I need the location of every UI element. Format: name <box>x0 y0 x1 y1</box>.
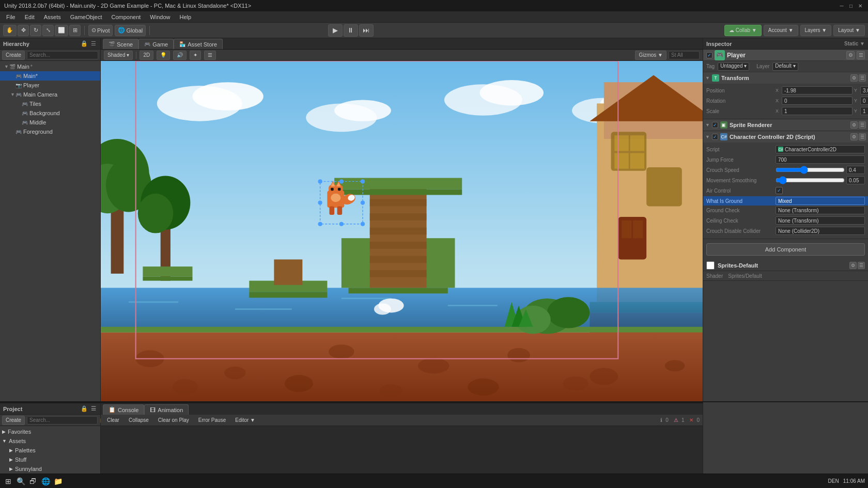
scale-tool-button[interactable]: ⤡ <box>42 25 54 36</box>
vfx-button[interactable]: ✦ <box>190 51 201 60</box>
search-taskbar-button[interactable]: 🔍 <box>16 476 26 486</box>
close-button[interactable]: ✕ <box>857 2 864 9</box>
project-assets-item[interactable]: ▼ Assets <box>0 436 100 446</box>
char-controller-header[interactable]: ▼ ✓ C# Character Controller 2D (Script) … <box>703 131 868 143</box>
project-lock-button[interactable]: 🔒 <box>81 405 88 413</box>
air-control-checkbox[interactable]: ✓ <box>776 187 783 194</box>
what-is-ground-dropdown[interactable]: Mixed <box>776 197 865 205</box>
hierarchy-create-button[interactable]: Create <box>2 51 25 60</box>
collapse-button[interactable]: Collapse <box>126 416 152 424</box>
tab-game[interactable]: 🎮 Game <box>138 39 174 49</box>
tree-item-main[interactable]: ▼ 🎬 Main * <box>0 62 100 71</box>
ceiling-check-field[interactable]: None (Transform) <box>776 216 865 225</box>
position-y-field[interactable] <box>860 86 868 95</box>
player-settings-button[interactable]: ⚙ <box>846 51 855 59</box>
ground-check-field[interactable]: None (Transform) <box>776 206 865 214</box>
transform-all-button[interactable]: ⊞ <box>69 25 81 36</box>
project-palettes-item[interactable]: ▶ Palettes <box>0 446 100 455</box>
crouch-speed-slider[interactable] <box>776 168 845 172</box>
console-tab[interactable]: 📋 Console <box>103 404 144 415</box>
gizmos-button[interactable]: Gizmos ▼ <box>635 51 667 60</box>
layout-button[interactable]: Layout ▼ <box>833 25 865 36</box>
char-controller-checkbox[interactable]: ✓ <box>712 134 718 140</box>
scene-viewport[interactable] <box>101 61 703 401</box>
hierarchy-search-input[interactable] <box>27 51 98 59</box>
menu-assets[interactable]: Assets <box>40 13 65 21</box>
tag-dropdown[interactable]: Untagged ▾ <box>718 62 749 71</box>
tree-item-player[interactable]: 🎮 Main* <box>0 71 100 81</box>
menu-file[interactable]: File <box>2 13 20 21</box>
tree-item-middle[interactable]: 🎮 Background <box>0 108 100 118</box>
menu-window[interactable]: Window <box>146 13 174 21</box>
scale-x-field[interactable] <box>782 107 853 115</box>
tab-asset-store[interactable]: 🏪 Asset Store <box>174 39 223 49</box>
explorer-taskbar-icon[interactable]: 📁 <box>53 476 63 486</box>
player-active-checkbox[interactable]: ✓ <box>706 52 712 58</box>
tree-item-bg1[interactable]: 🎮 Tiles <box>0 99 100 108</box>
editor-button[interactable]: Editor ▼ <box>232 416 258 424</box>
player-menu-button[interactable]: ☰ <box>857 51 865 59</box>
error-pause-button[interactable]: Error Pause <box>195 416 229 424</box>
sprite-renderer-header[interactable]: ▼ ✓ ▣ Sprite Renderer ⚙ ☰ <box>703 119 868 131</box>
pivot-button[interactable]: ⊙ Pivot <box>88 25 113 36</box>
shaded-button[interactable]: Shaded ▾ <box>104 51 133 60</box>
menu-help[interactable]: Help <box>175 13 195 21</box>
material-menu-button[interactable]: ☰ <box>858 262 865 269</box>
account-button[interactable]: Account ▼ <box>764 25 798 36</box>
project-favorites-item[interactable]: ▶ Favorites <box>0 427 100 436</box>
layer-dropdown[interactable]: Default ▾ <box>772 62 798 71</box>
scale-y-field[interactable] <box>860 107 868 115</box>
project-menu-button[interactable]: ☰ <box>90 405 97 413</box>
project-sunnyland-item[interactable]: ▶ Sunnyland <box>0 464 100 474</box>
maximize-button[interactable]: □ <box>847 2 855 9</box>
tree-item-foreground[interactable]: 🎮 Middle <box>0 118 100 127</box>
transform-menu-button[interactable]: ☰ <box>859 74 866 82</box>
menu-component[interactable]: Component <box>107 13 145 21</box>
movement-smoothing-field[interactable] <box>846 176 865 184</box>
script-field[interactable]: C# CharacterController2D <box>776 145 865 153</box>
minimize-button[interactable]: ─ <box>838 2 845 9</box>
material-settings-button[interactable]: ⚙ <box>849 262 857 269</box>
sprite-renderer-menu-button[interactable]: ☰ <box>859 121 866 129</box>
move-tool-button[interactable]: ✥ <box>18 25 29 36</box>
scene-search-input[interactable] <box>669 51 700 59</box>
sprite-renderer-settings-button[interactable]: ⚙ <box>850 121 858 129</box>
play-button[interactable]: ▶ <box>328 24 343 37</box>
tab-scene[interactable]: 🎬 Scene <box>103 39 138 49</box>
lights-button[interactable]: 💡 <box>157 51 170 60</box>
hierarchy-menu-button[interactable]: ☰ <box>90 40 97 48</box>
jump-force-field[interactable] <box>776 155 865 164</box>
crouch-disable-field[interactable]: None (Collider2D) <box>776 227 865 235</box>
animation-tab[interactable]: 🎞 Animation <box>144 404 189 415</box>
project-create-button[interactable]: Create <box>2 416 25 425</box>
transform-settings-button[interactable]: ⚙ <box>850 74 858 82</box>
crouch-speed-field[interactable] <box>846 166 865 174</box>
tree-item-camera[interactable]: 📷 Player <box>0 81 100 90</box>
project-stuff-item[interactable]: ▶ Stuff <box>0 455 100 464</box>
char-controller-settings-button[interactable]: ⚙ <box>850 133 858 140</box>
transform-component-header[interactable]: ▼ T Transform ⚙ ☰ <box>703 72 868 84</box>
hierarchy-lock-button[interactable]: 🔒 <box>81 40 88 48</box>
clear-on-play-button[interactable]: Clear on Play <box>155 416 192 424</box>
audio-button[interactable]: 🔊 <box>173 51 187 60</box>
rotate-tool-button[interactable]: ↻ <box>30 25 41 36</box>
menu-gameobject[interactable]: GameObject <box>66 13 106 21</box>
movement-smoothing-slider[interactable] <box>776 178 845 182</box>
tree-item-bg2[interactable]: 🎮 Foreground <box>0 127 100 136</box>
step-button[interactable]: ⏭ <box>359 24 374 37</box>
static-dropdown[interactable]: Static ▼ <box>844 41 865 46</box>
tree-item-tiles[interactable]: ▼ 🎮 Main Camera <box>0 90 100 99</box>
position-x-field[interactable] <box>782 86 853 95</box>
layers-button[interactable]: Layers ▼ <box>800 25 832 36</box>
menu-edit[interactable]: Edit <box>21 13 39 21</box>
hidden-button[interactable]: ☰ <box>204 51 216 60</box>
sprite-renderer-checkbox[interactable]: ✓ <box>712 122 718 128</box>
rotation-x-field[interactable] <box>782 97 853 105</box>
global-button[interactable]: 🌐 Global <box>115 25 146 36</box>
hand-tool-button[interactable]: ✋ <box>3 25 17 36</box>
pause-button[interactable]: ⏸ <box>344 24 358 37</box>
chrome-taskbar-icon[interactable]: 🌐 <box>40 476 51 486</box>
add-component-button[interactable]: Add Component <box>706 243 865 256</box>
project-search-input[interactable] <box>27 416 98 424</box>
2d-button[interactable]: 2D <box>140 51 153 60</box>
